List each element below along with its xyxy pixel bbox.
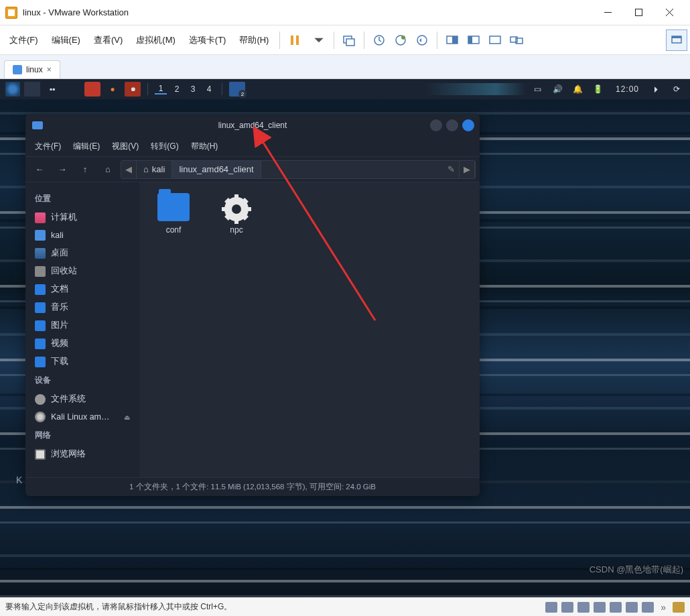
kali-menu-icon[interactable] (5, 82, 20, 97)
sidebar-place-3[interactable]: 回收站 (29, 262, 135, 280)
fm-menu-view[interactable]: 视图(V) (107, 138, 144, 155)
svg-rect-4 (346, 39, 354, 46)
snapshot-revert-button[interactable] (411, 29, 433, 51)
snapshot-manage-button[interactable] (390, 29, 411, 51)
nav-up-button[interactable]: ↑ (75, 160, 95, 179)
send-cad-button[interactable] (338, 29, 360, 51)
folder-icon (35, 357, 46, 367)
breadcrumb-prev[interactable]: ◀ (121, 161, 137, 178)
volume-icon[interactable]: 🔊 (550, 82, 566, 97)
menu-file[interactable]: 文件(F) (3, 30, 45, 50)
sidebar-device-0[interactable]: 文件系统 (29, 390, 135, 408)
device-display-icon[interactable] (642, 602, 654, 613)
firefox-icon[interactable]: ● (105, 82, 121, 97)
device-net-icon[interactable] (577, 602, 590, 613)
menu-edit[interactable]: 编辑(E) (45, 30, 87, 50)
lock-icon[interactable]: ⏵ (648, 82, 665, 97)
layout-icon[interactable]: ▭ (530, 82, 546, 97)
panel-clock[interactable]: 12:00 (616, 84, 639, 94)
fm-minimize-button[interactable] (430, 119, 442, 131)
panel-dirs-icon[interactable]: ▪▪ (44, 82, 60, 97)
breadcrumb-current[interactable]: linux_amd64_client (172, 161, 261, 178)
file-item-npc[interactable]: npc (213, 193, 260, 235)
device-printer-icon[interactable] (626, 602, 638, 613)
vm-tab-close[interactable]: × (47, 65, 52, 74)
sidebar-item-label: 文件系统 (51, 393, 86, 405)
sidebar-place-2[interactable]: 桌面 (29, 244, 135, 262)
view-multimon-button[interactable] (506, 29, 527, 51)
minimize-button[interactable] (592, 2, 623, 23)
path-edit-button[interactable]: ✎ (443, 161, 460, 178)
battery-icon[interactable]: 🔋 (590, 82, 606, 97)
device-more-button[interactable]: » (658, 602, 669, 613)
workspace-4[interactable]: 4 (203, 84, 215, 94)
file-item-conf[interactable]: conf (150, 193, 197, 235)
sidebar-network-header: 网络 (29, 426, 135, 445)
breadcrumb-next[interactable]: ▶ (460, 161, 475, 178)
sidebar-place-7[interactable]: 视频 (29, 334, 135, 353)
fm-titlebar[interactable]: linux_amd64_client (25, 114, 480, 137)
sidebar-item-label: 回收站 (51, 265, 77, 277)
notifications-icon[interactable]: 🔔 (570, 82, 586, 97)
vmware-statusbar: 要将输入定向到该虚拟机，请将鼠标指针移入其中或按 Ctrl+G。 » (0, 597, 690, 616)
fullscreen-button[interactable] (666, 29, 687, 51)
nav-forward-button[interactable]: → (52, 160, 72, 179)
sidebar-place-8[interactable]: 下载 (29, 353, 135, 371)
sidebar-place-0[interactable]: 计算机 (29, 208, 135, 227)
eject-button[interactable]: ⏏ (124, 414, 130, 421)
fm-content-area[interactable]: confnpc (139, 182, 480, 477)
sidebar-place-5[interactable]: 音乐 (29, 298, 135, 316)
breadcrumb-home[interactable]: ⌂ kali (137, 161, 172, 178)
sidebar-place-6[interactable]: 图片 (29, 316, 135, 334)
files-icon[interactable] (84, 82, 100, 97)
view-stretch-button[interactable] (484, 29, 506, 51)
fm-menu-help[interactable]: 帮助(H) (186, 138, 224, 155)
nav-back-button[interactable]: ← (29, 160, 50, 179)
kali-top-panel: ▪▪ ● ⏺ 1 2 3 4 2 ▭ 🔊 🔔 🔋 12:00 ⏵ ⟳ (0, 79, 690, 99)
vm-guest-display[interactable]: ▪▪ ● ⏺ 1 2 3 4 2 ▭ 🔊 🔔 🔋 12:00 ⏵ ⟳ K (0, 79, 690, 597)
menu-tabs[interactable]: 选项卡(T) (182, 30, 233, 50)
folder-icon (35, 302, 46, 313)
fm-menu-file[interactable]: 文件(F) (29, 138, 66, 155)
svg-rect-0 (635, 9, 642, 16)
fm-menu-edit[interactable]: 编辑(E) (68, 138, 105, 155)
close-button[interactable] (654, 2, 685, 23)
sidebar-device-1[interactable]: Kali Linux am…⏏ (29, 408, 135, 426)
device-usb-icon[interactable] (594, 602, 606, 613)
sidebar-place-1[interactable]: kali (29, 227, 135, 244)
svg-rect-17 (672, 36, 681, 38)
fm-menu-go[interactable]: 转到(G) (145, 138, 184, 155)
vm-tab-linux[interactable]: linux × (4, 60, 60, 78)
sidebar-place-4[interactable]: 文档 (29, 280, 135, 298)
power-dropdown[interactable] (308, 29, 330, 51)
workspace-2[interactable]: 2 (171, 84, 183, 94)
fm-close-button[interactable] (462, 119, 474, 131)
svg-rect-20 (234, 194, 238, 200)
message-log-icon[interactable] (673, 602, 685, 613)
maximize-button[interactable] (623, 2, 654, 23)
sidebar-network-0[interactable]: 浏览网络 (29, 445, 135, 463)
view-unity-button[interactable] (463, 29, 484, 51)
svg-rect-1 (291, 36, 293, 45)
fm-maximize-button[interactable] (446, 119, 458, 131)
workspace-1[interactable]: 1 (155, 84, 167, 95)
menu-view[interactable]: 查看(V) (87, 30, 129, 50)
gear-icon (220, 193, 253, 221)
snapshot-button[interactable] (368, 29, 390, 51)
menu-help[interactable]: 帮助(H) (232, 30, 275, 50)
recorder-icon[interactable]: ⏺ (125, 82, 141, 97)
nav-home-button[interactable]: ⌂ (98, 160, 118, 179)
breadcrumb-bar: ◀ ⌂ kali linux_amd64_client ✎ ▶ (121, 160, 476, 179)
panel-taskbar-icon[interactable]: 2 (229, 82, 245, 97)
terminal-icon[interactable] (64, 82, 80, 97)
power-icon[interactable]: ⟳ (669, 82, 685, 97)
menu-vm[interactable]: 虚拟机(M) (129, 30, 182, 50)
device-hdd-icon[interactable] (545, 602, 557, 613)
device-sound-icon[interactable] (610, 602, 622, 613)
workspace-3[interactable]: 3 (187, 84, 199, 94)
panel-window1-icon[interactable] (24, 82, 40, 97)
view-console-button[interactable] (441, 29, 463, 51)
vm-tab-label: linux (26, 65, 43, 74)
pause-button[interactable] (284, 29, 305, 51)
device-cd-icon[interactable] (561, 602, 573, 613)
